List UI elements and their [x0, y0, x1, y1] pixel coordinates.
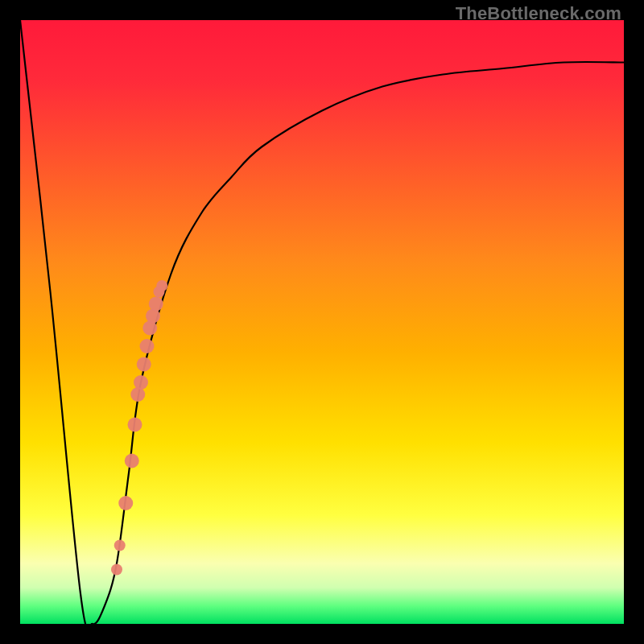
bottleneck-curve-path	[20, 20, 624, 624]
highlight-point	[137, 357, 151, 372]
highlight-point	[140, 339, 155, 353]
highlight-point	[134, 375, 148, 390]
highlight-point	[125, 454, 139, 469]
highlight-point	[114, 540, 126, 551]
highlight-point	[149, 297, 163, 312]
curve-layer	[20, 20, 624, 624]
highlight-point	[154, 287, 165, 298]
highlight-point	[118, 496, 133, 510]
plot-area	[20, 20, 624, 624]
highlight-point	[156, 280, 167, 291]
watermark-text: TheBottleneck.com	[456, 3, 621, 24]
highlight-point	[146, 309, 160, 324]
highlight-point	[142, 321, 157, 336]
highlight-point	[128, 418, 142, 432]
highlight-markers	[111, 280, 167, 576]
highlight-point	[111, 564, 122, 576]
highlight-point	[130, 387, 145, 402]
chart-frame: TheBottleneck.com	[0, 0, 644, 644]
